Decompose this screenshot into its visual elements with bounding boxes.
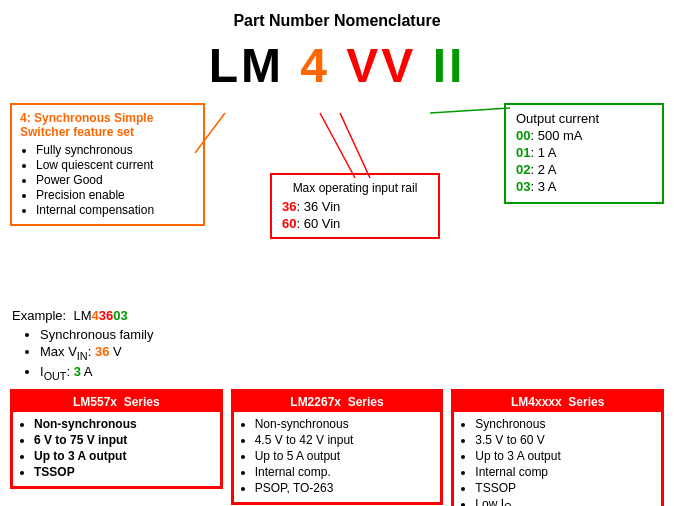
list-item: Internal comp [475,465,654,479]
lm557x-header: LM557x Series [13,392,220,412]
feature-set-title: 4: Synchronous Simple Switcher feature s… [20,111,195,139]
list-item: Internal compensation [36,203,195,217]
lm2267x-header: LM2267x Series [234,392,441,412]
example-item-3: IOUT: 3 A [40,364,674,382]
list-item: Non-synchronous [34,417,213,431]
voltage-36: 36: 36 Vin [282,199,428,214]
series-row: LM557x Series Non-synchronous 6 V to 75 … [0,389,674,506]
list-item: TSSOP [475,481,654,495]
feature-list: Fully synchronous Low quiescent current … [20,143,195,217]
lm4xxxx-body: Synchronous 3.5 V to 60 V Up to 3 A outp… [454,412,661,506]
feature-set-box: 4: Synchronous Simple Switcher feature s… [10,103,205,226]
list-item: 4.5 V to 42 V input [255,433,434,447]
example-item-1: Synchronous family [40,327,674,342]
svg-line-3 [430,108,510,113]
voltage-title: Max operating input rail [282,181,428,195]
voltage-code-60: 60 [282,216,296,231]
list-item: 6 V to 75 V input [34,433,213,447]
list-item: Power Good [36,173,195,187]
example-line: Example: LM43603 [12,308,674,323]
output-current-title: Output current [516,111,652,126]
list-item: Non-synchronous [255,417,434,431]
example-list: Synchronous family Max VIN: 36 V IOUT: 3… [12,327,674,381]
annotations-area: 4: Synchronous Simple Switcher feature s… [0,103,674,303]
list-item: Up to 5 A output [255,449,434,463]
list-item: Low quiescent current [36,158,195,172]
current-02: 02: 2 A [516,162,652,177]
svg-line-2 [340,113,370,178]
list-item: Low IQ [475,497,654,506]
voltage-60: 60: 60 Vin [282,216,428,231]
lm557x-box: LM557x Series Non-synchronous 6 V to 75 … [10,389,223,489]
part-number-display: LM 4 VV II [0,38,674,93]
feature-code: 4 [20,111,27,125]
list-item: 3.5 V to 60 V [475,433,654,447]
example-section: Example: LM43603 Synchronous family Max … [0,308,674,381]
list-item: Up to 3 A output [475,449,654,463]
current-00: 00: 500 mA [516,128,652,143]
list-item: Fully synchronous [36,143,195,157]
current-01: 01: 1 A [516,145,652,160]
list-item: Precision enable [36,188,195,202]
pn-digit3: II [433,39,466,92]
list-item: Synchronous [475,417,654,431]
svg-line-1 [320,113,355,178]
voltage-box: Max operating input rail 36: 36 Vin 60: … [270,173,440,239]
current-03: 03: 3 A [516,179,652,194]
lm2267x-body: Non-synchronous 4.5 V to 42 V input Up t… [234,412,441,502]
voltage-code-36: 36 [282,199,296,214]
lm4xxxx-box: LM4xxxx Series Synchronous 3.5 V to 60 V… [451,389,664,506]
output-current-box: Output current 00: 500 mA 01: 1 A 02: 2 … [504,103,664,204]
pn-prefix: LM [209,39,301,92]
lm4xxxx-header: LM4xxxx Series [454,392,661,412]
pn-digit2: VV [330,39,416,92]
list-item: TSSOP [34,465,213,479]
list-item: Up to 3 A output [34,449,213,463]
list-item: PSOP, TO-263 [255,481,434,495]
list-item: Internal comp. [255,465,434,479]
example-item-2: Max VIN: 36 V [40,344,674,362]
lm557x-body: Non-synchronous 6 V to 75 V input Up to … [13,412,220,486]
lm2267x-box: LM2267x Series Non-synchronous 4.5 V to … [231,389,444,505]
page-title: Part Number Nomenclature [0,0,674,30]
pn-digit1: 4 [300,39,330,92]
